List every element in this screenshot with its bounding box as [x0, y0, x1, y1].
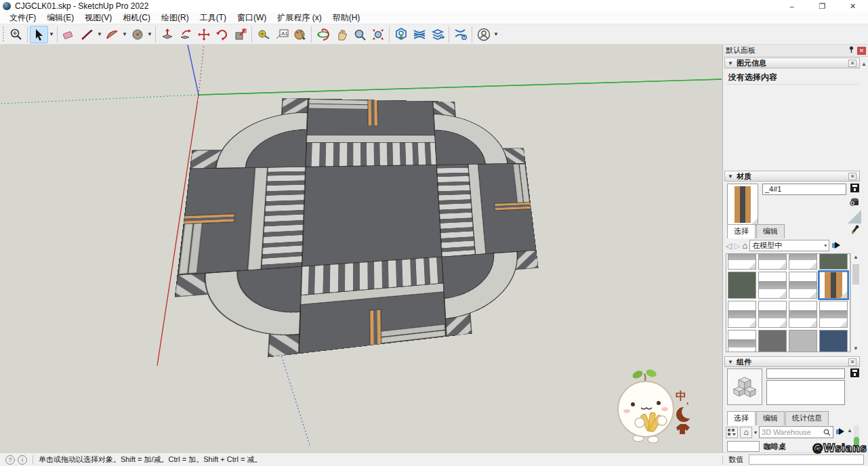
material-swatch-5[interactable]	[758, 272, 787, 299]
menu-item-2[interactable]: 视图(V)	[79, 12, 117, 24]
select-dropdown-icon[interactable]: ▼	[48, 26, 55, 43]
tray-scroll-up-icon[interactable]: ▲	[859, 61, 868, 67]
component-desc-field[interactable]	[766, 380, 845, 405]
menu-item-5[interactable]: 工具(T)	[194, 12, 232, 24]
zoom-tool-button[interactable]	[350, 26, 369, 43]
material-swatch-1[interactable]	[758, 253, 787, 270]
component-thumbnail[interactable]	[727, 441, 760, 452]
material-swatch-13[interactable]	[758, 330, 787, 352]
circle-dropdown-icon[interactable]: ▼	[146, 26, 153, 43]
material-swatch-15[interactable]	[819, 330, 848, 352]
pin-icon[interactable]	[847, 46, 855, 55]
text-tool-button[interactable]: A1	[272, 26, 291, 43]
rotate-tool-button[interactable]	[213, 26, 231, 43]
material-swatch-0[interactable]	[728, 253, 756, 270]
component-list-item[interactable]: 咖啡桌	[764, 442, 786, 452]
component-name-field[interactable]	[766, 368, 845, 379]
zoom-window-tool-button[interactable]	[7, 26, 25, 43]
zoom-extents-tool-button[interactable]	[369, 26, 387, 43]
view-options-icon[interactable]	[726, 427, 738, 438]
follow-me-tool-button[interactable]	[176, 26, 194, 43]
collapse-arrow-icon[interactable]: ▼	[728, 359, 733, 365]
forward-arrow-icon[interactable]: ▷	[734, 241, 740, 251]
arc-tool-button[interactable]	[103, 26, 121, 43]
create-material-icon[interactable]	[849, 196, 860, 208]
circle-tool-button[interactable]	[128, 26, 146, 43]
material-swatch-11[interactable]	[819, 301, 848, 328]
restore-button[interactable]: ❐	[807, 0, 838, 12]
extension-download-tool-button[interactable]	[392, 26, 410, 43]
orbit-tool-button[interactable]	[314, 26, 332, 43]
eyedropper-icon[interactable]	[850, 225, 860, 236]
materials-header[interactable]: ▼ 材质 ✕	[724, 171, 860, 182]
account-dropdown-icon[interactable]: ▼	[493, 26, 499, 43]
line-tool-button[interactable]	[78, 26, 96, 43]
material-swatch-2[interactable]	[789, 253, 817, 270]
material-swatch-6[interactable]	[789, 272, 817, 299]
home-icon[interactable]: ⌂	[742, 240, 747, 251]
entity-info-close-icon[interactable]: ✕	[848, 60, 856, 67]
extension-layers-tool-button[interactable]	[428, 26, 447, 43]
toolbar-grip[interactable]	[1, 26, 5, 43]
extension-settings-tool-button[interactable]	[451, 26, 470, 43]
scale-tool-button[interactable]	[231, 26, 249, 43]
minimize-button[interactable]: –	[777, 0, 807, 12]
close-button[interactable]: ✕	[838, 0, 868, 12]
warehouse-search-input[interactable]: 3D Warehouse	[759, 426, 833, 438]
viewport-3d[interactable]: 中 ,	[0, 45, 722, 452]
tray-close-icon[interactable]: ✕	[857, 47, 866, 55]
collapse-arrow-icon[interactable]: ▼	[728, 173, 733, 179]
help-icon[interactable]: ?	[5, 455, 15, 465]
material-swatch-9[interactable]	[758, 301, 787, 328]
ime-indicator[interactable]: 中 ,	[676, 390, 695, 434]
swatch-scrollbar[interactable]: ▲ ▼	[850, 253, 860, 352]
tab-components-select[interactable]: 选择	[727, 411, 756, 425]
collapse-arrow-icon[interactable]: ▼	[728, 60, 733, 66]
back-arrow-icon[interactable]: ◁	[726, 241, 732, 251]
menu-item-0[interactable]: 文件(F)	[4, 12, 41, 24]
search-icon[interactable]	[823, 429, 831, 436]
secondary-pane-icon[interactable]	[850, 368, 859, 379]
home-icon[interactable]: ⌂	[740, 427, 752, 438]
details-arrow-icon[interactable]	[835, 427, 845, 438]
pan-tool-button[interactable]	[332, 26, 350, 43]
menu-item-4[interactable]: 绘图(R)	[156, 12, 194, 24]
menu-item-8[interactable]: 帮助(H)	[327, 12, 366, 24]
measurement-input[interactable]	[749, 454, 864, 465]
menu-item-6[interactable]: 窗口(W)	[232, 12, 272, 24]
menu-item-3[interactable]: 相机(C)	[117, 12, 156, 24]
material-swatch-3[interactable]	[819, 253, 848, 270]
menu-item-7[interactable]: 扩展程序 (x)	[272, 12, 327, 24]
material-swatch-4[interactable]	[728, 272, 756, 299]
paint-bucket-tool-button[interactable]	[291, 26, 309, 43]
extension-curves-tool-button[interactable]	[410, 26, 428, 43]
components-header[interactable]: ▼ 组件 ✕	[724, 356, 860, 367]
road-intersection-model[interactable]	[166, 96, 545, 369]
materials-close-icon[interactable]: ✕	[848, 173, 856, 180]
materials-scope-dropdown[interactable]: 在模型中▾	[749, 240, 829, 251]
material-swatch-8[interactable]	[728, 301, 756, 328]
home-dropdown-icon[interactable]: ▾	[754, 429, 757, 436]
push-pull-tool-button[interactable]	[158, 26, 176, 43]
scroll-up-icon[interactable]: ▲	[845, 427, 854, 433]
tray-titlebar[interactable]: 默认面板 ✕	[723, 45, 868, 57]
material-name-field[interactable]: _4#1	[762, 184, 846, 195]
material-swatch-7[interactable]	[819, 272, 848, 299]
line-dropdown-icon[interactable]: ▼	[96, 26, 103, 43]
move-tool-button[interactable]	[194, 26, 213, 43]
secondary-pane-icon[interactable]	[850, 184, 859, 194]
select-tool-button[interactable]	[30, 26, 48, 43]
material-swatch-12[interactable]	[728, 330, 756, 352]
sample-swatch[interactable]	[848, 210, 861, 224]
eraser-tool-button[interactable]	[60, 26, 78, 43]
details-arrow-icon[interactable]	[831, 240, 841, 251]
tab-components-stats[interactable]: 统计信息	[785, 411, 829, 425]
menu-item-1[interactable]: 编辑(E)	[41, 12, 79, 24]
tab-materials-edit[interactable]: 编辑	[756, 224, 785, 238]
arc-dropdown-icon[interactable]: ▼	[121, 26, 128, 43]
info-icon[interactable]: i	[18, 455, 27, 465]
components-close-icon[interactable]: ✕	[848, 358, 856, 366]
tape-measure-tool-button[interactable]	[254, 26, 272, 43]
account-tool-button[interactable]	[474, 26, 493, 43]
material-swatch-10[interactable]	[789, 301, 817, 328]
